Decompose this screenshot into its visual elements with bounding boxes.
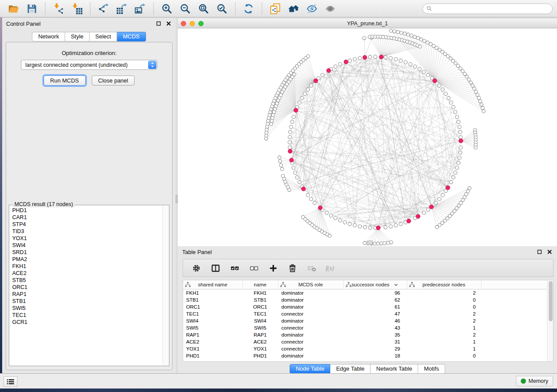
cell[interactable]: FKH1 xyxy=(183,289,242,297)
cell[interactable]: 29 xyxy=(343,345,407,352)
cell[interactable]: SWI5 xyxy=(183,324,242,331)
network-view[interactable] xyxy=(178,28,557,246)
cell[interactable]: 1 xyxy=(407,338,481,345)
tab-node-table[interactable]: Node Table xyxy=(290,364,331,374)
close-panel-button[interactable]: Close panel xyxy=(92,76,135,86)
tab-edge-table[interactable]: Edge Table xyxy=(330,364,370,374)
open-file-button[interactable] xyxy=(7,2,21,16)
network-canvas[interactable] xyxy=(178,28,557,246)
cell[interactable]: SWI4 xyxy=(242,317,278,324)
cell[interactable]: dominator xyxy=(278,303,343,310)
hide-selected-button[interactable] xyxy=(305,2,319,16)
export-table-button[interactable] xyxy=(115,2,129,16)
toggle-panel-layout-button[interactable] xyxy=(210,262,221,274)
minimize-window-icon[interactable] xyxy=(190,21,195,26)
mcds-result-item[interactable]: PHD1 xyxy=(10,207,163,214)
first-neighbors-button[interactable] xyxy=(287,2,301,16)
mcds-result-item[interactable]: TEC1 xyxy=(10,312,163,319)
cell[interactable]: YOX1 xyxy=(242,345,278,352)
float-panel-icon[interactable] xyxy=(156,21,162,27)
new-network-from-selection-button[interactable] xyxy=(268,2,282,16)
cell[interactable]: TEC1 xyxy=(183,310,242,317)
result-scrollbar[interactable] xyxy=(163,206,169,365)
apply-layout-button[interactable] xyxy=(242,2,256,16)
import-table-button[interactable] xyxy=(70,2,84,16)
cell[interactable]: 2 xyxy=(407,331,481,338)
tab-style[interactable]: Style xyxy=(65,32,90,41)
cell[interactable]: FKH1 xyxy=(242,289,278,297)
cell[interactable]: 0 xyxy=(407,352,481,359)
tab-mcds[interactable]: MCDS xyxy=(117,32,145,41)
column-header-predecessor-nodes[interactable]: predecessor nodes xyxy=(407,280,481,289)
cell[interactable]: SWI5 xyxy=(242,324,278,331)
mcds-result-item[interactable]: STB5 xyxy=(10,277,163,284)
column-header-successor-nodes[interactable]: successor nodes xyxy=(343,280,407,289)
search-input[interactable] xyxy=(434,5,549,12)
cell[interactable]: 1 xyxy=(407,345,481,352)
cell[interactable]: dominator xyxy=(278,296,343,303)
table-scrollbar-thumb[interactable] xyxy=(549,281,553,321)
mcds-result-item[interactable]: ACE2 xyxy=(10,270,163,277)
close-panel-icon[interactable] xyxy=(166,21,172,27)
cell[interactable]: 96 xyxy=(343,289,407,297)
close-window-icon[interactable] xyxy=(181,21,186,26)
cell[interactable]: 2 xyxy=(407,310,481,317)
cell[interactable]: 0 xyxy=(407,296,481,303)
cell[interactable]: 31 xyxy=(343,338,407,345)
zoom-out-button[interactable] xyxy=(178,2,192,16)
sort-chevron-down-icon[interactable] xyxy=(394,282,398,287)
float-table-panel-icon[interactable] xyxy=(536,249,543,255)
mcds-result-item[interactable]: TID3 xyxy=(10,228,163,235)
cell[interactable]: 0 xyxy=(407,303,481,310)
cell[interactable]: STB1 xyxy=(183,296,242,303)
cell[interactable]: RAP1 xyxy=(242,331,278,338)
cell[interactable]: dominator xyxy=(278,331,343,338)
cell[interactable]: ORC1 xyxy=(242,303,278,310)
mcds-result-item[interactable]: STP4 xyxy=(10,221,163,228)
cell[interactable]: connector xyxy=(278,310,343,317)
cell[interactable]: 2 xyxy=(407,317,481,324)
cell[interactable]: ACE2 xyxy=(183,338,242,345)
zoom-fit-button[interactable] xyxy=(197,2,211,16)
cell[interactable]: ORC1 xyxy=(183,303,242,310)
tab-network-table[interactable]: Network Table xyxy=(370,364,418,374)
mcds-result-item[interactable]: STB1 xyxy=(10,298,163,305)
column-header-shared-name[interactable]: shared name xyxy=(183,280,242,289)
panel-menu-button[interactable] xyxy=(3,376,17,387)
cell[interactable]: PHD1 xyxy=(183,352,242,359)
zoom-in-button[interactable] xyxy=(160,2,174,16)
tab-network[interactable]: Network xyxy=(32,32,65,41)
tab-motifs[interactable]: Motifs xyxy=(418,364,445,374)
mcds-result-item[interactable]: SRD1 xyxy=(10,249,163,256)
close-table-panel-icon[interactable] xyxy=(547,249,553,255)
cell[interactable]: dominator xyxy=(278,317,343,324)
cell[interactable]: RAP1 xyxy=(183,331,242,338)
column-header-mcds-role[interactable]: MCDS role xyxy=(278,280,343,289)
select-all-button[interactable] xyxy=(229,262,240,274)
cell[interactable]: SWI4 xyxy=(183,317,242,324)
mcds-result-item[interactable]: SWI4 xyxy=(10,242,163,249)
mcds-result-item[interactable]: CAR1 xyxy=(10,214,163,221)
cell[interactable]: connector xyxy=(278,338,343,345)
cell[interactable]: 18 xyxy=(343,352,407,359)
cell[interactable]: connector xyxy=(278,324,343,331)
cell[interactable]: 61 xyxy=(343,303,407,310)
cell[interactable]: YOX1 xyxy=(183,345,242,352)
cell[interactable]: 47 xyxy=(343,310,407,317)
maximize-window-icon[interactable] xyxy=(198,21,204,26)
mcds-result-item[interactable]: SWI5 xyxy=(10,305,163,312)
mcds-result-item[interactable]: FKH1 xyxy=(10,263,163,270)
cell[interactable]: 62 xyxy=(343,296,407,303)
mcds-result-item[interactable]: RAP1 xyxy=(10,291,163,298)
mcds-result-item[interactable]: GCR1 xyxy=(10,319,163,326)
cell[interactable]: 2 xyxy=(407,289,481,297)
tab-select[interactable]: Select xyxy=(90,32,117,41)
mcds-result-item[interactable]: PMA2 xyxy=(10,256,163,263)
deselect-all-button[interactable] xyxy=(248,262,259,274)
cell[interactable]: 1 xyxy=(407,324,481,331)
horizontal-splitter-handle[interactable] xyxy=(367,241,373,245)
cell[interactable]: dominator xyxy=(278,352,343,359)
cell[interactable]: PHD1 xyxy=(242,352,278,359)
cell[interactable]: 46 xyxy=(343,317,407,324)
table-scrollbar[interactable] xyxy=(547,280,553,361)
